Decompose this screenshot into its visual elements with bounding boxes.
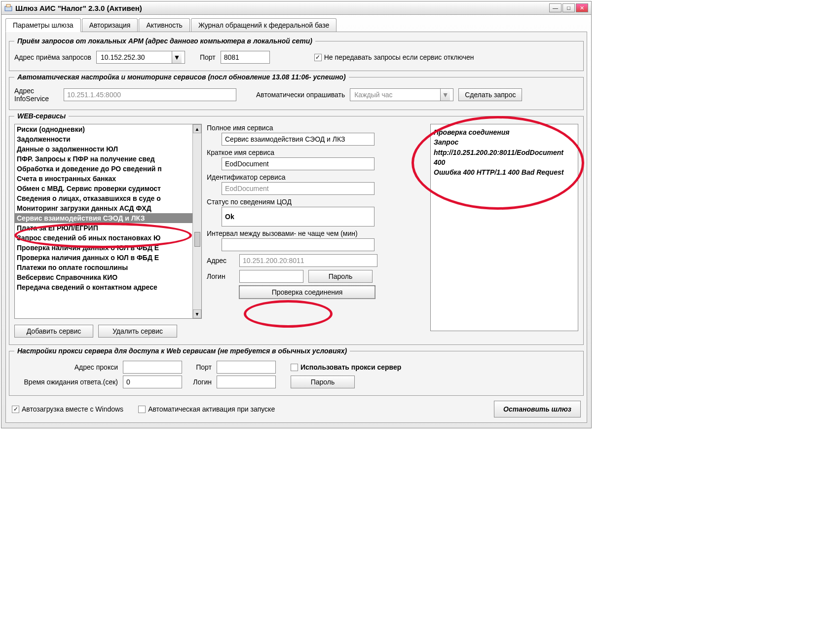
scroll-down-icon[interactable]: ▼ [193, 309, 201, 318]
tab-content: Приём запросов от локальных АРМ (адрес д… [5, 32, 587, 423]
close-button[interactable]: ✕ [576, 3, 588, 12]
list-item[interactable]: Проверка наличия данных о ЮЛ в ФБД Е [15, 243, 201, 253]
stop-gateway-button[interactable]: Остановить шлюз [494, 401, 581, 417]
chevron-down-icon[interactable]: ▼ [440, 89, 450, 101]
tab-journal[interactable]: Журнал обращений к федеральной базе [191, 18, 337, 32]
addr-receive-combo[interactable]: 10.152.252.30 ▼ [96, 51, 185, 64]
scroll-thumb[interactable] [194, 232, 200, 247]
poll-label: Автоматически опрашивать [256, 91, 345, 99]
proxy-timeout-label: Время ожидания ответа.(сек) [14, 378, 118, 386]
maximize-button[interactable]: □ [562, 3, 575, 12]
log-line: 400 [434, 157, 575, 167]
no-forward-checkbox[interactable]: ✓ [314, 54, 322, 61]
main-window: Шлюз АИС "Налог" 2.3.0 (Активен) — □ ✕ П… [1, 1, 592, 428]
svg-rect-1 [6, 4, 10, 7]
listbox-scrollbar[interactable]: ▲ ▼ [192, 124, 201, 318]
window-title: Шлюз АИС "Налог" 2.3.0 (Активен) [15, 4, 142, 12]
log-line: Запрос [434, 137, 575, 147]
list-item[interactable]: Обработка и доведение до РО сведений п [15, 164, 201, 174]
interval-label: Интервал между вызовами- не чаще чем (ми… [207, 229, 425, 237]
use-proxy-label: Использовать прокси сервер [300, 363, 401, 371]
short-name-input[interactable] [222, 157, 375, 170]
log-line: Проверка соединения [434, 127, 575, 137]
service-id-input[interactable] [222, 182, 375, 195]
no-forward-label: Не передавать запросы если сервис отключ… [324, 53, 474, 61]
group-auto-config: Автоматическая настройка и мониторинг се… [9, 73, 584, 110]
autoload-checkbox[interactable]: ✓ [12, 406, 19, 413]
service-login-input[interactable] [239, 270, 303, 283]
port-label: Порт [200, 53, 216, 61]
tab-row: Параметры шлюза Авторизация Активность Ж… [5, 18, 587, 32]
group-proxy-legend: Настройки прокси сервера для доступа к W… [14, 347, 350, 355]
list-item[interactable]: Данные о задолженности ЮЛ [15, 144, 201, 154]
add-service-button[interactable]: Добавить сервис [14, 325, 93, 338]
list-item[interactable]: Плата за ЕГРЮЛ/ЕГРИП [15, 223, 201, 233]
proxy-login-input[interactable] [217, 376, 276, 388]
service-login-label: Логин [207, 272, 234, 280]
check-connection-button[interactable]: Проверка соединения [239, 286, 375, 299]
connection-log-panel: Проверка соединения Запрос http://10.251… [430, 124, 578, 331]
tab-activity[interactable]: Активность [139, 18, 190, 32]
tab-authorization[interactable]: Авторизация [82, 18, 138, 32]
list-item[interactable]: Сведения о лицах, отказавшихся в суде о [15, 193, 201, 203]
port-input[interactable] [221, 51, 270, 64]
infoservice-label: Адрес InfoService [14, 87, 59, 103]
group-web-services: WEB-сервисы Риски (однодневки) Задолженн… [9, 112, 584, 345]
list-item[interactable]: Задолженности [15, 134, 201, 144]
group-local-requests: Приём запросов от локальных АРМ (адрес д… [9, 37, 584, 71]
delete-service-button[interactable]: Удалить сервис [98, 325, 177, 338]
group-web-services-legend: WEB-сервисы [14, 112, 69, 120]
interval-input[interactable] [222, 238, 375, 251]
group-auto-config-legend: Автоматическая настройка и мониторинг се… [14, 73, 349, 81]
proxy-login-label: Логин [187, 378, 212, 386]
proxy-port-input[interactable] [217, 361, 276, 374]
do-request-button[interactable]: Сделать запрос [458, 88, 522, 101]
addr-receive-value: 10.152.252.30 [100, 53, 170, 61]
list-item[interactable]: Обмен с МВД. Сервис проверки судимост [15, 184, 201, 193]
addr-receive-label: Адрес приёма запросов [14, 53, 91, 61]
autoactivate-checkbox[interactable] [138, 406, 146, 413]
tab-gateway-params[interactable]: Параметры шлюза [5, 18, 81, 32]
list-item[interactable]: Вебсервис Справочника КИО [15, 272, 201, 282]
list-item[interactable]: Проверка наличия данных о ЮЛ в ФБД Е [15, 253, 201, 263]
group-local-requests-legend: Приём запросов от локальных АРМ (адрес д… [14, 37, 315, 45]
service-password-button[interactable]: Пароль [308, 270, 373, 283]
list-item-selected[interactable]: Сервис взаимодействия СЭОД и ЛКЗ [15, 213, 201, 223]
proxy-timeout-input[interactable] [123, 376, 182, 388]
poll-value: Каждый час [353, 91, 438, 99]
list-item[interactable]: Счета в иностранных банках [15, 174, 201, 184]
service-addr-input[interactable] [239, 254, 377, 267]
log-line: http://10.251.200.20:8011/EodDocument [434, 148, 575, 157]
list-item[interactable]: Риски (однодневки) [15, 124, 201, 134]
autoactivate-label: Автоматическая активация при запуске [148, 405, 275, 413]
status-label: Статус по сведениям ЦОД [207, 198, 425, 206]
proxy-addr-input[interactable] [123, 361, 182, 374]
window-buttons: — □ ✕ [549, 3, 588, 12]
list-item[interactable]: Передача сведений о контактном адресе [15, 282, 201, 292]
poll-combo[interactable]: Каждый час ▼ [350, 88, 453, 101]
group-proxy: Настройки прокси сервера для доступа к W… [9, 347, 584, 396]
titlebar: Шлюз АИС "Налог" 2.3.0 (Активен) — □ ✕ [1, 1, 591, 15]
autoload-label: Автозагрузка вместе с Windows [22, 405, 123, 413]
proxy-password-button[interactable]: Пароль [291, 376, 355, 388]
use-proxy-checkbox[interactable] [291, 364, 298, 371]
proxy-addr-label: Адрес прокси [14, 363, 118, 371]
status-input[interactable] [222, 207, 375, 227]
service-addr-label: Адрес [207, 257, 234, 265]
log-line: Ошибка 400 HTTP/1.1 400 Bad Request [434, 167, 575, 177]
short-name-label: Краткое имя сервиса [207, 149, 425, 156]
list-item[interactable]: ПФР. Запросы к ПФР на получение свед [15, 154, 201, 164]
service-id-label: Идентификатор сервиса [207, 173, 425, 181]
full-name-input[interactable] [222, 133, 375, 146]
minimize-button[interactable]: — [549, 3, 562, 12]
list-item[interactable]: Запрос сведений об иных постановках Ю [15, 233, 201, 243]
chevron-down-icon[interactable]: ▼ [172, 51, 182, 63]
proxy-port-label: Порт [187, 363, 212, 371]
list-item[interactable]: Платежи по оплате госпошлины [15, 263, 201, 272]
scroll-up-icon[interactable]: ▲ [193, 124, 201, 133]
app-icon [4, 4, 12, 12]
infoservice-input[interactable] [64, 88, 236, 101]
services-listbox[interactable]: Риски (однодневки) Задолженности Данные … [14, 124, 202, 319]
full-name-label: Полное имя сервиса [207, 124, 425, 132]
list-item[interactable]: Мониторинг загрузки данных АСД ФХД [15, 203, 201, 213]
